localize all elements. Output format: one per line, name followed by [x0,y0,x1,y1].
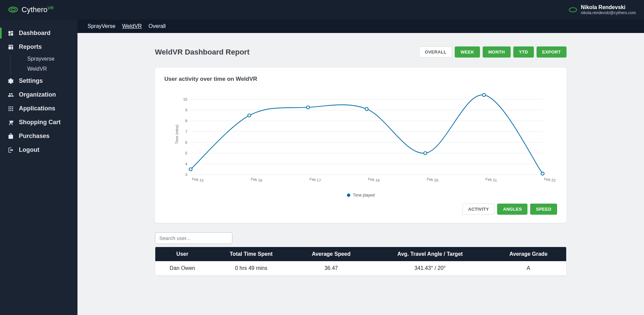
svg-text:4: 4 [185,162,187,166]
legend-label: Time played [353,193,375,198]
range-overall-button[interactable]: OVERALL [419,46,452,58]
tab-overall[interactable]: Overall [149,23,166,29]
sidebar-item-dashboard[interactable]: Dashboard [0,26,77,40]
brand-name-text: Cythero [22,5,47,14]
th-grade: Average Grade [491,247,566,261]
users-icon [7,92,14,98]
sidebar-item-applications[interactable]: Applications [0,102,77,115]
svg-text:9: 9 [185,108,187,112]
cell-speed: 36.47 [293,261,369,276]
th-angle: Avg. Travel Angle / Target [369,247,491,261]
chart-legend: Time played [164,189,557,198]
bag-icon [7,133,14,140]
search-wrap [155,232,567,244]
svg-text:7: 7 [185,130,187,134]
logout-icon [7,147,14,153]
cell-time: 0 hrs 49 mins [210,261,293,276]
user-menu[interactable]: Nikola Rendevski nikola.rendevski@cyther… [569,4,636,15]
sidebar-item-label: Dashboard [19,30,51,37]
brand-suffix: VR [47,5,54,10]
svg-point-29 [307,106,310,109]
users-table: User Total Time Spent Average Speed Avg.… [155,247,566,276]
page-title: WeldVR Dashboard Report [155,48,250,57]
sidebar-item-shopping-cart[interactable]: Shopping Cart [0,115,77,129]
sidebar-subitem-weldvr[interactable]: WeldVR [23,64,77,74]
metric-button-row: ACTIVITY ANGLES SPEED [164,204,557,215]
cell-grade: A [491,261,566,276]
content: WeldVR Dashboard Report OVERALL WEEK MON… [77,33,644,315]
user-info: Nikola Rendevski nikola.rendevski@cyther… [581,4,636,15]
sidebar-item-settings[interactable]: Settings [0,74,77,88]
svg-text:5: 5 [185,151,187,155]
svg-text:Feb 21: Feb 21 [485,177,497,183]
svg-text:Time (mins): Time (mins) [175,125,179,144]
chart-title: User activity over time on WeldVR [164,76,557,82]
svg-point-0 [9,7,18,12]
svg-point-32 [482,94,485,97]
user-email: nikola.rendevski@cythero.com [581,10,636,15]
range-ytd-button[interactable]: YTD [513,46,534,58]
chart-icon [7,44,14,50]
svg-text:Feb 20: Feb 20 [426,177,439,183]
sidebar-item-label: Logout [19,146,39,153]
svg-text:Feb 15: Feb 15 [192,177,204,183]
svg-point-33 [541,172,544,175]
metric-speed-button[interactable]: SPEED [530,204,557,215]
svg-point-30 [365,107,368,110]
tab-sprayverse[interactable]: SprayVerse [88,23,116,29]
svg-point-28 [248,114,251,117]
metric-angles-button[interactable]: ANGLES [497,204,527,215]
product-tabbar: SprayVerse WeldVR Overall [77,20,644,33]
brand[interactable]: CytheroVR [8,5,54,14]
svg-text:6: 6 [185,140,187,144]
range-button-row: OVERALL WEEK MONTH YTD EXPORT [419,46,567,58]
sidebar-item-label: Settings [19,77,43,84]
sidebar-item-label: Reports [19,43,42,50]
cell-angle: 341.43° / 20° [369,261,491,276]
table-row[interactable]: Dan Owen 0 hrs 49 mins 36.47 341.43° / 2… [155,261,566,276]
cart-icon [7,119,14,126]
svg-text:8: 8 [185,119,187,123]
svg-text:Feb 22: Feb 22 [544,177,556,183]
sidebar-reports-children: Sprayverse WeldVR [10,54,77,74]
table-header-row: User Total Time Spent Average Speed Avg.… [155,247,566,261]
activity-line-chart: 345678910Feb 15Feb 16Feb 17Feb 18Feb 20F… [164,87,557,188]
page-head: WeldVR Dashboard Report OVERALL WEEK MON… [155,46,567,58]
brand-name: CytheroVR [22,5,54,14]
users-table-wrap: User Total Time Spent Average Speed Avg.… [155,247,567,276]
grid-icon [7,105,14,112]
sidebar-item-reports[interactable]: Reports [0,40,77,54]
sidebar: Dashboard Reports Sprayverse WeldVR Sett… [0,0,77,315]
th-speed: Average Speed [293,247,369,261]
sidebar-subitem-sprayverse[interactable]: Sprayverse [23,54,77,64]
topbar: CytheroVR Nikola Rendevski nikola.rendev… [0,0,644,20]
main: SprayVerse WeldVR Overall WeldVR Dashboa… [77,0,644,315]
sidebar-item-logout[interactable]: Logout [0,143,77,157]
tab-weldvr[interactable]: WeldVR [122,23,142,29]
sidebar-item-organization[interactable]: Organization [0,88,77,102]
sidebar-item-label: Organization [19,91,56,98]
gauge-icon [7,30,14,37]
svg-text:Feb 18: Feb 18 [368,177,380,183]
th-time: Total Time Spent [210,247,293,261]
chart-card: User activity over time on WeldVR 345678… [155,68,567,223]
svg-text:Feb 16: Feb 16 [251,177,263,183]
svg-point-31 [424,152,427,155]
svg-text:Feb 17: Feb 17 [309,177,321,183]
gear-icon [7,78,14,84]
vr-headset-icon [569,7,577,13]
chart-wrap: 345678910Feb 15Feb 16Feb 17Feb 18Feb 20F… [164,87,557,198]
svg-text:10: 10 [183,97,187,101]
user-name: Nikola Rendevski [581,4,636,10]
range-week-button[interactable]: WEEK [455,46,480,58]
svg-text:3: 3 [185,173,187,177]
search-input[interactable] [155,232,232,244]
range-month-button[interactable]: MONTH [483,46,511,58]
sidebar-item-label: Purchases [19,133,50,140]
cell-user: Dan Owen [155,261,210,276]
export-button[interactable]: EXPORT [537,46,567,58]
sidebar-item-purchases[interactable]: Purchases [0,129,77,143]
svg-point-1 [11,8,15,11]
metric-activity-button[interactable]: ACTIVITY [462,204,495,215]
sidebar-nav: Dashboard Reports Sprayverse WeldVR Sett… [0,20,77,157]
